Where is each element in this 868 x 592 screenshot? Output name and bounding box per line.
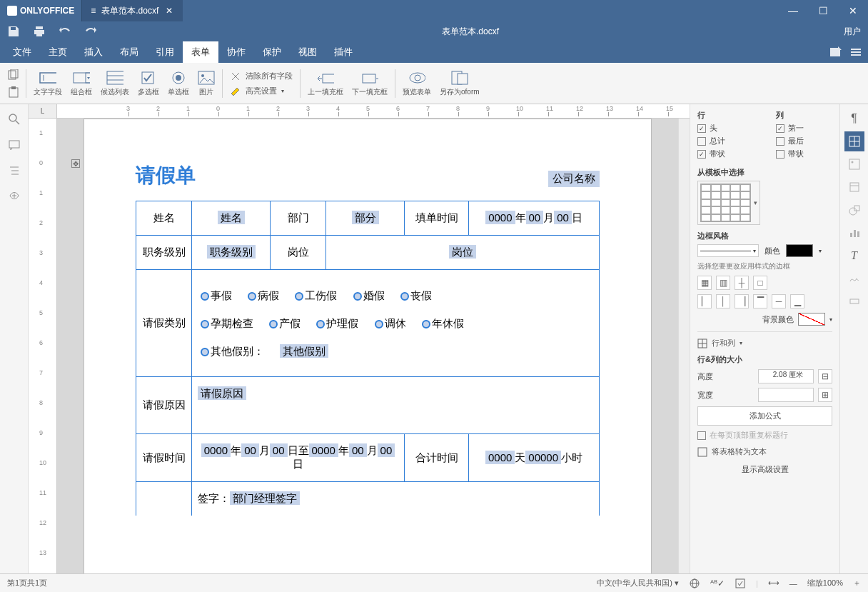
language-indicator[interactable]: 中文(中华人民共和国) ▾	[597, 578, 679, 588]
field-dept[interactable]: 部分	[352, 211, 379, 224]
radio-button[interactable]: 单选框	[163, 69, 193, 99]
field-mgr-sign[interactable]: 部门经理签字	[230, 491, 300, 505]
vertical-scrollbar[interactable]	[678, 119, 690, 573]
minimize-button[interactable]: —	[778, 0, 808, 21]
chk-total[interactable]: 总计	[697, 136, 755, 146]
zoom-in-button[interactable]: ＋	[853, 578, 861, 588]
radio-sick[interactable]: 病假	[248, 289, 279, 301]
menu-file[interactable]: 文件	[4, 41, 40, 63]
maximize-button[interactable]: ☐	[808, 0, 838, 21]
search-icon[interactable]	[8, 113, 21, 126]
field-reason[interactable]: 请假原因	[198, 386, 246, 400]
chk-first[interactable]: 第一	[776, 123, 833, 134]
border-cross-icon[interactable]: ┼	[735, 276, 749, 290]
redo-icon[interactable]	[84, 25, 97, 38]
radio-marriage[interactable]: 婚假	[353, 289, 385, 301]
table-to-text-link[interactable]: 将表格转为文本	[697, 446, 832, 457]
image-tab-icon[interactable]	[844, 154, 864, 174]
radio-funeral[interactable]: 丧假	[400, 289, 432, 301]
dropdown-button[interactable]: 候选列表	[96, 69, 133, 99]
checkbox-button[interactable]: 多选框	[133, 69, 163, 99]
border-top-icon[interactable]: ▔	[753, 294, 767, 308]
bg-color-swatch[interactable]	[798, 313, 825, 326]
border-bottom-icon[interactable]: ▁	[790, 294, 804, 308]
radio-nursing[interactable]: 护理假	[316, 317, 358, 329]
zoom-out-button[interactable]: —	[789, 579, 797, 588]
menu-plugins[interactable]: 插件	[326, 41, 361, 63]
comments-icon[interactable]	[8, 139, 21, 151]
highlight-button[interactable]: 高亮设置▾	[230, 86, 293, 96]
zoom-level[interactable]: 缩放100%	[807, 578, 843, 588]
document-tab[interactable]: ≡ 表单范本.docxf ✕	[81, 0, 183, 21]
field-name[interactable]: 姓名	[218, 211, 245, 224]
open-location-icon[interactable]	[828, 44, 844, 60]
field-post[interactable]: 岗位	[449, 245, 476, 259]
headings-icon[interactable]	[8, 164, 21, 177]
radio-personal[interactable]: 事假	[201, 289, 232, 301]
spellcheck-icon[interactable]: ᴬᴮ✓	[710, 578, 725, 588]
radio-compensatory[interactable]: 调休	[375, 317, 406, 329]
undo-icon[interactable]	[59, 25, 71, 38]
clear-fields-button[interactable]: 清除所有字段	[230, 71, 293, 81]
radio-maternity[interactable]: 产假	[269, 317, 301, 329]
print-icon[interactable]	[33, 25, 46, 38]
width-input[interactable]	[758, 388, 814, 402]
globe-icon[interactable]	[689, 578, 700, 589]
border-outer-icon[interactable]: ▦	[697, 276, 712, 290]
radio-other[interactable]: 其他假别：	[201, 345, 264, 357]
menu-forms[interactable]: 表单	[183, 41, 218, 63]
distribute-cols-icon[interactable]: ⊞	[818, 388, 832, 402]
menu-protect[interactable]: 保护	[254, 41, 290, 63]
signature-tab-icon[interactable]	[844, 269, 864, 289]
tracking-icon[interactable]	[735, 578, 746, 589]
border-left-icon[interactable]: ▏	[697, 294, 712, 308]
border-right-icon[interactable]: ▕	[735, 294, 749, 308]
chk-last[interactable]: 最后	[776, 136, 833, 146]
chk-repeat-header[interactable]: 在每页顶部重复标题行	[697, 430, 832, 441]
border-width-select[interactable]: ▾	[697, 244, 759, 257]
distribute-rows-icon[interactable]: ⊟	[818, 369, 832, 383]
border-color-swatch[interactable]	[786, 244, 813, 257]
horizontal-ruler[interactable]: /*ticks drawn below*/ 321012345678910111…	[57, 104, 690, 119]
field-total[interactable]: 0000天00000小时	[469, 434, 600, 482]
template-picker[interactable]: ▾	[697, 181, 760, 225]
header-tab-icon[interactable]	[844, 177, 864, 197]
field-other-type[interactable]: 其他假别	[280, 344, 328, 358]
menu-view[interactable]: 视图	[290, 41, 326, 63]
menu-home[interactable]: 主页	[40, 41, 76, 63]
close-tab-icon[interactable]: ✕	[164, 6, 174, 16]
menu-collab[interactable]: 协作	[218, 41, 254, 63]
field-rank[interactable]: 职务级别	[207, 245, 256, 259]
advanced-settings-link[interactable]: 显示高级设置	[742, 465, 789, 473]
user-label[interactable]: 用户	[844, 26, 861, 38]
fit-width-icon[interactable]: ⟷	[768, 578, 779, 588]
chk-header[interactable]: 头	[697, 123, 755, 134]
close-button[interactable]: ✕	[838, 0, 868, 21]
menu-references[interactable]: 引用	[147, 41, 183, 63]
form-table[interactable]: 姓名 姓名 部门 部分 填单时间 0000年00月00日 职务级别 职务级别 岗…	[136, 201, 600, 516]
radio-annual[interactable]: 年休假	[422, 317, 464, 329]
combo-button[interactable]: 组合框	[66, 69, 96, 99]
border-vert-icon[interactable]: │	[716, 294, 730, 308]
preview-button[interactable]: 预览表单	[398, 69, 435, 99]
save-as-oform-button[interactable]: 另存为oform	[435, 69, 484, 99]
rows-cols-dropdown[interactable]: 行和列▾	[697, 338, 832, 348]
next-field-button[interactable]: 下一填充框	[348, 69, 392, 99]
table-anchor-icon[interactable]: ✥	[71, 159, 80, 168]
border-inner-icon[interactable]: ▥	[716, 276, 730, 290]
form-tab-icon[interactable]	[844, 291, 864, 311]
add-formula-button[interactable]: 添加公式	[697, 406, 832, 426]
paragraph-tab-icon[interactable]: ¶	[844, 109, 864, 129]
feedback-icon[interactable]	[8, 190, 21, 203]
radio-injury[interactable]: 工伤假	[295, 289, 337, 301]
chart-tab-icon[interactable]	[844, 223, 864, 243]
field-period[interactable]: 0000年00月00日至0000年00月00日	[192, 434, 405, 482]
text-field-button[interactable]: 文字字段	[29, 69, 66, 99]
border-box-icon[interactable]: □	[753, 276, 767, 290]
image-field-button[interactable]: 图片	[193, 69, 219, 99]
field-filldate[interactable]: 0000年00月00日	[469, 201, 600, 236]
page-indicator[interactable]: 第1页共1页	[7, 578, 47, 588]
more-icon[interactable]	[848, 44, 864, 60]
table-tab-icon[interactable]	[844, 131, 864, 151]
company-field[interactable]: 公司名称	[548, 171, 600, 187]
